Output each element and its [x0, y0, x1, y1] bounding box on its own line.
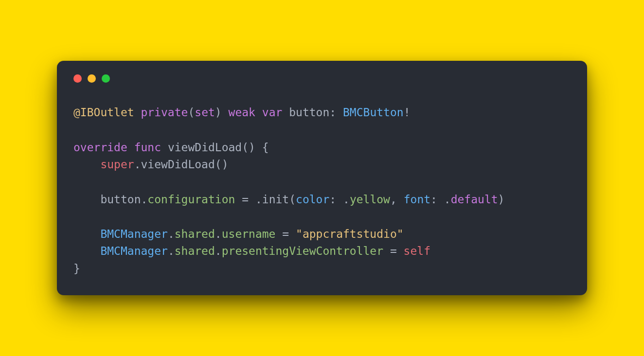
code-token: { — [262, 141, 269, 154]
code-token: var — [262, 106, 283, 119]
code-token: yellow — [350, 193, 390, 206]
close-icon[interactable] — [73, 74, 82, 83]
code-token: weak — [229, 106, 255, 119]
code-token: . — [343, 193, 350, 206]
code-token: = — [282, 228, 289, 240]
code-token: color — [296, 193, 329, 206]
code-token: } — [73, 262, 80, 275]
code-token: . — [141, 193, 147, 206]
code-token: ) — [498, 193, 505, 206]
code-token: ) — [215, 106, 222, 119]
code-token: : — [329, 106, 336, 119]
code-token: , — [390, 193, 397, 206]
minimize-icon[interactable] — [88, 74, 96, 83]
code-token: username — [222, 228, 276, 240]
code-token: . — [215, 228, 222, 240]
code-token: BMCButton — [343, 106, 404, 119]
code-token: private — [141, 106, 188, 119]
code-token: = — [242, 193, 249, 206]
code-token: : — [430, 193, 437, 206]
code-token: . — [168, 228, 175, 240]
code-token: : — [329, 193, 336, 206]
code-token: override — [73, 141, 127, 154]
code-token: ! — [404, 106, 411, 119]
code-token: BMCManager — [100, 228, 167, 240]
code-token: set — [195, 106, 215, 119]
code-token: @IBOutlet — [73, 106, 134, 119]
code-token: . — [444, 193, 451, 206]
code-token: shared — [175, 245, 215, 257]
code-token: configuration — [147, 193, 235, 206]
code-token: . — [215, 245, 222, 257]
code-token: viewDidLoad — [168, 141, 242, 154]
zoom-icon[interactable] — [102, 74, 110, 83]
code-token: = — [390, 245, 397, 257]
code-token: ( — [188, 106, 195, 119]
code-block: @IBOutlet private(set) weak var button: … — [71, 104, 573, 277]
code-token: . — [255, 193, 262, 206]
code-token: init — [262, 193, 289, 206]
code-window: @IBOutlet private(set) weak var button: … — [57, 61, 587, 295]
code-token: default — [451, 193, 498, 206]
code-token: self — [404, 245, 430, 257]
code-token: presentingViewController — [222, 245, 383, 257]
code-token: button — [289, 106, 329, 119]
code-token: viewDidLoad — [141, 158, 215, 171]
code-token: () — [215, 158, 229, 171]
code-token: super — [100, 158, 134, 171]
code-token: . — [134, 158, 141, 171]
code-token: . — [168, 245, 175, 257]
code-token: font — [404, 193, 430, 206]
code-token: BMCManager — [100, 245, 167, 257]
code-token: func — [134, 141, 161, 154]
code-token: () — [242, 141, 255, 154]
code-token: button — [100, 193, 141, 206]
code-token: ( — [289, 193, 296, 206]
code-token: shared — [175, 228, 215, 240]
code-token: "appcraftstudio" — [296, 228, 404, 240]
window-controls — [71, 74, 573, 83]
